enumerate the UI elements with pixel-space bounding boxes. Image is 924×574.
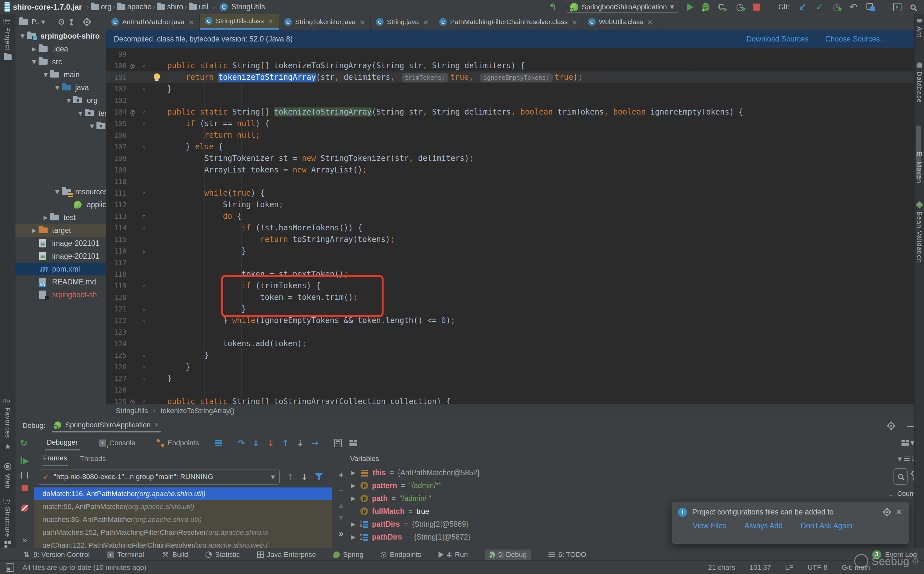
close-icon[interactable]: × <box>268 17 273 25</box>
gear-icon[interactable] <box>888 423 894 429</box>
sidebar-item-structure[interactable]: 7: Structure <box>0 498 16 548</box>
code-line-129[interactable]: 129@▿public static String[] toStringArra… <box>106 396 915 404</box>
chevron-down-icon[interactable]: ▼ <box>88 123 96 129</box>
tree-item-srpingbootshiro[interactable]: ▼srpingboot-shiro <box>16 30 106 43</box>
rerun-icon[interactable]: ↻ <box>20 438 27 448</box>
tree-item-test[interactable]: ▼test <box>16 107 106 120</box>
editor-tab-AntPathMatcherjava[interactable]: CAntPathMatcher.java× <box>106 14 200 30</box>
code-line-111[interactable]: 111▿while(true) { <box>106 187 915 199</box>
code-line-105[interactable]: 105▿if (str == null) { <box>106 118 915 129</box>
tree-item-application[interactable]: application <box>16 198 106 211</box>
rollback-icon[interactable]: ↶ <box>849 1 858 13</box>
restore-layout-icon[interactable] <box>902 440 909 446</box>
chevron-down-icon[interactable]: ▼ <box>41 71 50 78</box>
toolwindow-button-VersionControl[interactable]: ⇅9: Version Control <box>22 550 90 559</box>
chevron-down-icon[interactable]: ▼ <box>53 84 62 91</box>
code-editor[interactable]: 99100@▿public static String[] tokenizeTo… <box>106 48 915 404</box>
nav-back-icon[interactable]: ↰ <box>549 1 557 13</box>
tree-item-test[interactable]: ▶test <box>16 211 106 224</box>
breadcrumb-segment[interactable]: apache <box>127 3 151 11</box>
tree-item[interactable]: ▼ <box>16 120 106 132</box>
intention-bulb-icon[interactable] <box>154 73 160 79</box>
code-line-112[interactable]: 112String token; <box>106 199 915 210</box>
sidebar-item-database[interactable]: Database <box>915 62 924 103</box>
search-icon[interactable] <box>893 468 908 485</box>
sidebar-item-web[interactable]: Web <box>0 463 16 489</box>
tree-item-srpingbootsh[interactable]: srpingboot-sh <box>16 288 106 301</box>
stack-frame[interactable]: doMatch:116, AntPathMatcher (org.apache.… <box>34 487 332 500</box>
breadcrumb-jar[interactable]: shiro-core-1.7.0.jar <box>13 3 82 12</box>
choose-sources-link[interactable]: Choose Sources... <box>825 35 886 43</box>
debug-session-tab[interactable]: SpringbootShiroApplication × <box>52 419 161 432</box>
tree-item-image202101[interactable]: image-202101 <box>16 237 106 250</box>
code-line-123[interactable]: 123 <box>106 326 915 338</box>
debug-button[interactable] <box>702 3 709 11</box>
tree-item-idea[interactable]: ▶.idea <box>16 43 106 55</box>
caret-position[interactable]: 101:37 <box>750 563 771 572</box>
code-line-110[interactable]: 110 <box>106 176 915 187</box>
mute-breakpoints-icon[interactable] <box>21 505 28 512</box>
remote-host-icon[interactable] <box>866 3 875 11</box>
move-up-icon[interactable]: ▲ <box>339 501 343 508</box>
filter-icon[interactable] <box>315 473 323 480</box>
code-line-106[interactable]: 106return null; <box>106 129 915 141</box>
toolwindow-button-TODO[interactable]: 6: TODO <box>548 550 586 559</box>
tree-item-READMEmd[interactable]: README.md <box>16 275 106 288</box>
chevron-right-icon[interactable]: ▶ <box>41 214 50 221</box>
run-config-selector[interactable]: SpringbootShiroApplication ▼ <box>566 2 678 13</box>
profiler-button[interactable]: ◷ <box>736 2 743 12</box>
encoding[interactable]: UTF-8 <box>808 563 828 572</box>
more-icon[interactable]: » <box>339 528 343 539</box>
code-line-124[interactable]: 124tokens.add(token); <box>106 338 915 349</box>
close-icon[interactable]: × <box>423 18 429 26</box>
code-line-100[interactable]: 100@▿public static String[] tokenizeToSt… <box>106 60 915 71</box>
sidebar-item-project[interactable]: 1: Project <box>0 19 16 60</box>
collapse-all-icon[interactable]: ▼▲ <box>69 19 73 24</box>
toolwindow-button-Endpoints[interactable]: Endpoints <box>381 550 421 559</box>
close-icon[interactable]: ✕ <box>896 507 902 517</box>
chevron-down-icon[interactable]: ▼ <box>64 97 73 104</box>
chevron-right-icon[interactable]: ▶ <box>350 495 357 501</box>
download-sources-link[interactable]: Download Sources <box>746 35 809 43</box>
breadcrumb-segment[interactable]: shiro <box>167 3 183 11</box>
editor-tab-WebUtilsclass[interactable]: CWebUtils.class× <box>583 14 658 30</box>
tab-endpoints[interactable]: Endpoints <box>155 436 201 450</box>
stop-icon[interactable] <box>22 485 28 491</box>
git-update-icon[interactable]: ↙ <box>798 1 806 13</box>
step-out-icon[interactable]: ↑ <box>282 438 289 448</box>
stop-button[interactable] <box>753 3 760 11</box>
code-line-114[interactable]: 114▿if (!st.hasMoreTokens()) { <box>106 222 915 233</box>
tree-item-src[interactable]: ▼src <box>16 55 106 68</box>
tree-item-target[interactable]: ▶target <box>16 224 106 237</box>
close-icon[interactable]: × <box>189 18 194 26</box>
chevron-right-icon[interactable]: ▶ <box>350 534 357 540</box>
tree-item-image202101[interactable]: image-202101 <box>16 250 106 263</box>
notification-link-alwaysadd[interactable]: Always Add <box>744 522 783 530</box>
terminal-run-icon[interactable] <box>893 3 902 11</box>
drop-frame-icon[interactable]: ⇣ <box>297 438 304 448</box>
tree-item-pomxml[interactable]: mpom.xml <box>16 263 106 275</box>
breadcrumb-segment[interactable]: org <box>101 3 112 11</box>
view-as-icon[interactable] <box>215 440 222 446</box>
editor-tab-Stringjava[interactable]: CString.java× <box>371 14 434 30</box>
pause-icon[interactable]: ❙❙ <box>19 471 31 478</box>
char-count[interactable]: 21 chars <box>708 563 735 572</box>
tool-window-switcher-icon[interactable] <box>6 563 14 572</box>
chevron-down-icon[interactable]: ▼ <box>76 110 85 117</box>
editor-tab-StringTokenizerjava[interactable]: CStringTokenizer.java× <box>279 14 371 30</box>
toolwindow-button-Spring[interactable]: Spring <box>333 550 364 559</box>
sidebar-item-maven[interactable]: mMaven <box>915 149 924 183</box>
code-line-125[interactable]: 125▵} <box>106 349 915 361</box>
chevron-right-icon[interactable]: ▶ <box>350 482 357 489</box>
chevron-right-icon[interactable]: ▶ <box>350 470 357 476</box>
remove-watch-icon[interactable]: − <box>339 486 343 496</box>
stack-frame[interactable]: match:90, AntPathMatcher (org.apache.shi… <box>34 500 332 513</box>
code-line-104[interactable]: 104@▿public static String[] tokenizeToSt… <box>106 106 915 118</box>
next-frame-icon[interactable]: ↓ <box>301 472 308 482</box>
code-line-108[interactable]: 108StringTokenizer st = new StringTokeni… <box>106 153 915 164</box>
locate-icon[interactable] <box>58 19 64 25</box>
add-watch-icon[interactable]: + <box>339 470 343 480</box>
tab-console[interactable]: › Console <box>97 436 137 450</box>
code-line-128[interactable]: 128 <box>106 384 915 396</box>
more-icon[interactable]: » <box>22 536 27 545</box>
